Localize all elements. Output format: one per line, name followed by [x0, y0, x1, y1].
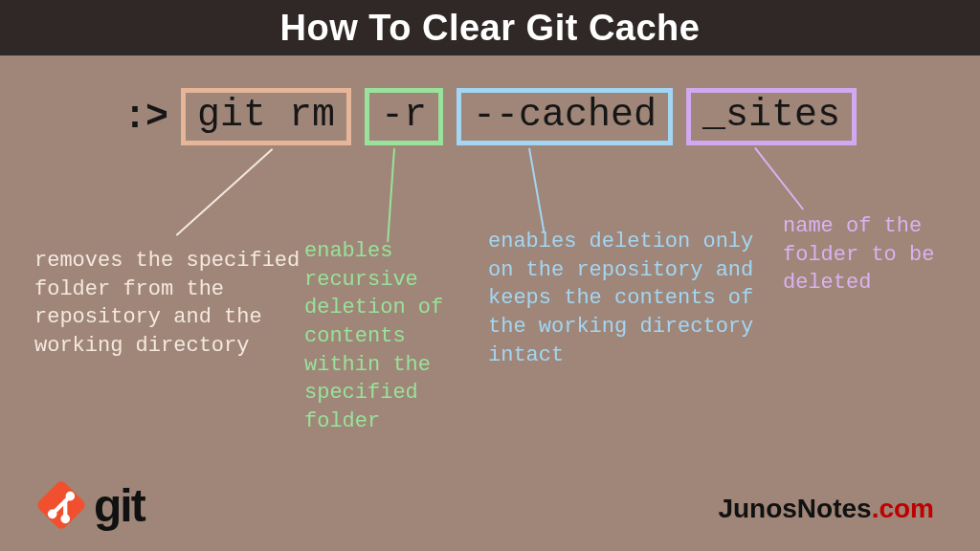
command-row: :> git rm -r --cached _sites [0, 88, 980, 145]
header-bar: How To Clear Git Cache [0, 0, 980, 55]
desc-argument: name of the folder to be deleted [783, 212, 946, 298]
connector-opt [528, 148, 546, 233]
token-flag: -r [365, 88, 443, 145]
page-title: How To Clear Git Cache [280, 8, 701, 49]
site-name: JunosNotes [718, 494, 871, 523]
connector-flag [387, 148, 395, 242]
git-logo: git [33, 476, 145, 534]
site-tld: .com [872, 494, 934, 523]
token-argument: _sites [686, 88, 857, 145]
git-logo-text: git [94, 479, 145, 532]
token-command: git rm [181, 88, 351, 145]
token-option: --cached [457, 88, 673, 145]
shell-prompt: :> [123, 96, 167, 139]
site-credit: JunosNotes.com [718, 494, 934, 524]
connector-arg [754, 147, 804, 210]
desc-option: enables deletion only on the repository … [488, 228, 766, 369]
connector-cmd [176, 148, 274, 236]
git-icon [33, 476, 90, 534]
desc-command: removes the specified folder from the re… [34, 247, 312, 361]
desc-flag: enables recursive deletion of contents w… [304, 237, 477, 436]
